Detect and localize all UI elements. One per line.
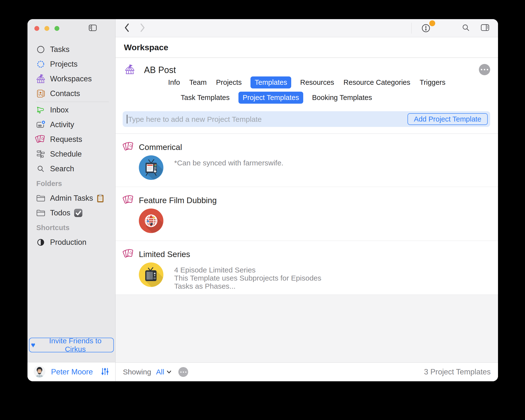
sidebar-item-label: Activity: [50, 120, 74, 129]
add-template-bar: Add Project Template: [123, 111, 490, 127]
sidebar-item-production[interactable]: Production: [27, 235, 115, 250]
template-row-feature-film-dubbing[interactable]: Feature Film Dubbing: [116, 187, 498, 241]
sidebar-item-search[interactable]: Search: [27, 161, 115, 176]
showing-label: Showing: [123, 368, 151, 376]
gantt-icon: [35, 148, 47, 160]
avatar[interactable]: [33, 365, 46, 379]
sidebar-item-label: Workspaces: [50, 74, 92, 83]
cards-fan-icon: [123, 248, 135, 261]
tab-resources[interactable]: Resources: [300, 76, 335, 88]
sidebar-item-label: Search: [50, 164, 74, 173]
template-row-commerical[interactable]: Commerical *Can be synced with farmerswi…: [116, 134, 498, 187]
heart-icon: ♥: [31, 341, 35, 349]
toggle-sidebar-icon[interactable]: [88, 23, 98, 34]
sidebar-item-label: Admin Tasks: [50, 194, 93, 203]
sidebar-item-label: Production: [50, 238, 86, 247]
sidebar-item-requests[interactable]: Requests: [27, 132, 115, 147]
workspace-more-button[interactable]: [479, 64, 490, 75]
sidebar-item-schedule[interactable]: Schedule: [27, 147, 115, 161]
search-button[interactable]: [461, 23, 471, 34]
sidebar-item-label: Inbox: [50, 106, 69, 114]
tab-templates[interactable]: Templates: [250, 76, 291, 88]
info-button[interactable]: [420, 23, 431, 34]
tv-yellow-icon: [139, 262, 163, 287]
circus-tent-icon: [124, 64, 136, 76]
sidebar-item-admin-tasks[interactable]: Admin Tasks: [27, 191, 115, 206]
activity-card-icon: [35, 119, 47, 131]
sliders-icon[interactable]: [100, 367, 110, 377]
search-icon: [35, 163, 47, 175]
filter-dropdown[interactable]: All: [156, 368, 171, 376]
sidebar-item-label: Requests: [50, 135, 82, 144]
sidebar-item-label: Tasks: [50, 45, 69, 54]
dotted-circle-icon: [35, 58, 47, 70]
notification-badge: [429, 20, 435, 26]
zoom-window-button[interactable]: [54, 26, 59, 31]
add-project-template-button[interactable]: Add Project Template: [407, 113, 488, 125]
sidebar-item-label: Contacts: [50, 89, 80, 98]
main-content: Workspace AB Post Info Team Projects Tem…: [116, 19, 498, 381]
subtab-booking-templates[interactable]: Booking Templates: [312, 92, 373, 104]
template-description: 4 Episode Limited Series This Template u…: [174, 266, 321, 290]
sidebar-item-inbox[interactable]: Inbox: [27, 103, 115, 117]
tab-team[interactable]: Team: [189, 76, 207, 88]
template-row-limited-series[interactable]: Limited Series 4 Episode Limited Series …: [116, 241, 498, 295]
current-user-name[interactable]: Peter Moore: [51, 368, 100, 376]
workspace-tabs: Info Team Projects Templates Resources R…: [116, 76, 498, 88]
circle-outline-icon: [35, 44, 47, 55]
template-description: *Can be synced with farmerswife.: [174, 159, 283, 180]
text-cursor: [127, 115, 127, 124]
workspace-name: AB Post: [144, 65, 176, 75]
history-nav: [124, 23, 145, 34]
cards-fan-icon: [123, 141, 135, 154]
tab-info[interactable]: Info: [168, 76, 180, 88]
template-title: Limited Series: [139, 250, 190, 259]
template-title: Commerical: [139, 143, 182, 152]
list-empty-area: [116, 295, 498, 362]
sidebar-item-label: Projects: [50, 60, 78, 69]
window-titlebar: [27, 19, 115, 37]
sidebar-item-tasks[interactable]: Tasks: [27, 42, 115, 57]
sidebar-item-workspaces[interactable]: Workspaces: [27, 72, 115, 86]
main-toolbar: [116, 19, 498, 37]
contact-card-icon: [35, 88, 47, 99]
invite-friends-button[interactable]: ♥ Invite Friends to Cirkus: [29, 338, 114, 352]
sidebar-footer: Peter Moore: [27, 362, 115, 381]
tab-resource-categories[interactable]: Resource Categories: [343, 76, 411, 88]
toolbar-right: [411, 23, 490, 34]
tab-projects[interactable]: Projects: [216, 76, 242, 88]
clipboard-icon: [96, 194, 105, 203]
sidebar-spacer: [27, 250, 115, 338]
sidebar-item-label: Todos: [50, 209, 70, 217]
sidebar-item-label: Schedule: [50, 150, 82, 159]
page-title: Workspace: [124, 43, 168, 52]
template-list: Commerical *Can be synced with farmerswi…: [116, 134, 498, 362]
subtab-project-templates[interactable]: Project Templates: [238, 92, 303, 104]
folder-icon: [35, 192, 47, 204]
sidebar-item-activity[interactable]: Activity: [27, 117, 115, 132]
templates-subtabs: Task Templates Project Templates Booking…: [85, 92, 468, 104]
main-footer: Showing All 3 Project Templates: [116, 362, 498, 381]
close-window-button[interactable]: [34, 26, 39, 31]
subtab-task-templates[interactable]: Task Templates: [180, 92, 230, 104]
footer-more-button[interactable]: [178, 367, 188, 377]
workspace-header: AB Post Info Team Projects Templates Res…: [116, 58, 498, 134]
sidebar-item-todos[interactable]: Todos: [27, 206, 115, 220]
toolbar-divider: [411, 23, 412, 34]
sidebar: Tasks Projects Workspaces Contacts: [27, 19, 116, 381]
minimize-window-button[interactable]: [44, 26, 49, 31]
sidebar-item-projects[interactable]: Projects: [27, 57, 115, 72]
toggle-right-panel-icon[interactable]: [480, 23, 490, 34]
back-button[interactable]: [124, 23, 130, 34]
megaphone-icon: [35, 104, 47, 116]
tab-triggers[interactable]: Triggers: [419, 76, 446, 88]
app-window: Tasks Projects Workspaces Contacts: [27, 19, 498, 381]
sidebar-section-shortcuts: Shortcuts: [27, 220, 115, 235]
half-filled-circle-icon: [35, 236, 47, 248]
new-project-template-input[interactable]: [128, 111, 398, 127]
template-title: Feature Film Dubbing: [139, 196, 217, 205]
forward-button[interactable]: [140, 23, 145, 34]
folder-icon: [35, 207, 47, 219]
template-count: 3 Project Templates: [424, 368, 491, 376]
cards-fan-icon: [35, 134, 47, 145]
